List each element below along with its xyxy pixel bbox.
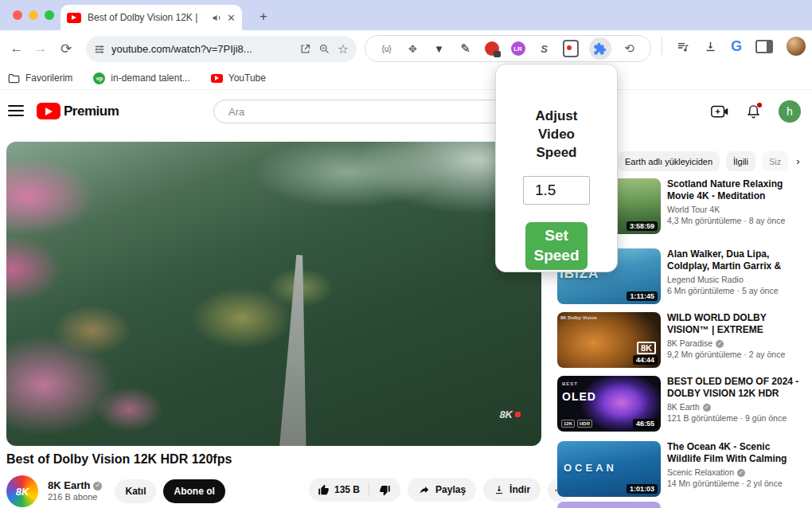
bookmark-star-icon[interactable]: ☆ [338,41,349,57]
site-settings-icon[interactable] [94,44,105,55]
related-video-item[interactable]: 8K Dolby Vision 8K 44:44 WILD WORLD DOLB… [557,312,806,369]
related-channel[interactable]: 8K Earth [667,402,700,412]
related-video-item[interactable]: BEST OLED 12KHDR 46:55 BEST OLED DEMO OF… [557,376,806,433]
related-channel[interactable]: World Tour 4K [667,205,720,215]
thumbnail-text: BEST [562,381,578,386]
bookmarks-bar: Favorilerim vp in-demand talent... YouTu… [0,67,812,90]
tab-close-icon[interactable]: ✕ [227,12,236,24]
related-video-partial-thumbnail[interactable] [557,502,661,508]
thumbnail-8k-badge: 8K [637,342,656,354]
channel-meta: 8K Earth ✓ 216 B abone [48,479,102,503]
video-speed-extension-popup: Adjust Video Speed Set Speed [495,64,618,272]
minimize-window-button[interactable] [29,10,38,20]
channel-avatar[interactable]: 8K [6,475,38,507]
video-watermark: 8K [499,408,521,420]
session-extension-icon[interactable]: ⟲ [622,41,638,57]
youtube-premium-logo[interactable]: Premium [37,103,119,119]
youtube-favicon-icon [67,13,81,23]
s-extension-icon[interactable]: S [537,41,552,57]
video-speed-extension-icon[interactable] [589,37,611,60]
notifications-bell-icon[interactable] [746,104,761,119]
v-extension-icon[interactable]: ▼ [431,41,447,57]
bookmark-youtube[interactable]: YouTube [211,72,266,84]
badge-extension-icon[interactable] [563,41,579,57]
thumbnail-12k-badge: 12K [561,420,575,428]
menu-icon[interactable] [8,105,24,116]
create-icon[interactable] [711,105,728,119]
close-window-button[interactable] [13,10,22,20]
related-video-title[interactable]: WILD WORLD DOLBY VISION™ | EXTREME COLOR… [667,312,806,336]
join-button[interactable]: Katıl [115,479,156,503]
back-button[interactable]: ← [6,38,27,59]
screen-recorder-extension-icon[interactable] [484,41,500,57]
maximize-window-button[interactable] [45,10,54,20]
video-title: Best of Dolby Vision 12K HDR 120fps [6,452,532,467]
related-video-title[interactable]: Scotland Nature Relaxing Movie 4K - Medi… [667,178,806,202]
new-tab-button[interactable]: + [253,6,274,27]
share-label: Paylaş [435,484,466,495]
related-meta: 14 Mn görüntüleme · 2 yıl önce [667,479,806,489]
speed-input[interactable] [523,176,590,205]
watermark-logo-icon [515,412,521,417]
browser-tab[interactable]: Best of Dolby Vision 12K | ✕ [61,5,242,30]
youtube-icon [211,74,223,83]
related-video-title[interactable]: BEST OLED DEMO OF 2024 - DOLBY VISION 12… [667,376,806,400]
chip-uploader[interactable]: Earth adlı yükleyiciden [618,151,720,171]
chips-chevron-icon[interactable]: › [796,155,799,167]
channel-name[interactable]: 8K Earth [48,479,90,492]
youtube-masthead: Premium h [0,89,812,134]
chip-for-you[interactable]: Siz [762,151,788,171]
chip-related[interactable]: İlgili [726,151,755,171]
notification-badge [757,103,762,107]
share-button[interactable]: Paylaş [408,478,476,502]
tab-strip: Best of Dolby Vision 12K | ✕ + [0,0,812,30]
verified-icon: ✓ [716,340,724,348]
related-channel[interactable]: Scenic Relaxation [667,467,734,478]
youtube-play-icon [37,103,61,119]
zoom-icon[interactable] [318,43,330,55]
pen-extension-icon[interactable]: ✎ [458,41,474,57]
video-info: BEST OLED DEMO OF 2024 - DOLBY VISION 12… [667,376,806,433]
youtube-profile-avatar[interactable]: h [779,100,801,123]
video-thumbnail[interactable]: 8K Dolby Vision 8K 44:44 [557,312,661,368]
share-page-icon[interactable] [299,43,311,55]
brackets-extension-icon[interactable]: {u} [379,41,395,57]
download-button[interactable]: İndir [483,478,541,502]
tab-audio-icon[interactable] [212,13,222,23]
downloads-icon[interactable] [704,40,717,53]
related-video-item[interactable]: OCEAN 1:01:03 The Ocean 4K - Scenic Wild… [557,441,806,498]
bookmark-talent[interactable]: vp in-demand talent... [93,72,189,84]
verified-icon: ✓ [93,482,102,490]
video-thumbnail[interactable]: OCEAN 1:01:03 [557,441,661,497]
browser-profile-avatar[interactable] [787,37,806,56]
set-speed-button[interactable]: Set Speed [525,222,588,270]
related-channel[interactable]: Legend Music Radio [667,275,744,285]
playlist-icon[interactable] [676,40,690,53]
premium-logo-text: Premium [64,104,119,119]
toolbar-right-icons: G [662,37,806,56]
subscribe-button[interactable]: Abone ol [163,479,224,503]
duration-badge: 1:11:45 [627,291,658,301]
related-video-title[interactable]: Alan Walker, Dua Lipa, Coldplay, Martin … [667,248,806,272]
search-input[interactable] [227,105,469,119]
browser-window: Best of Dolby Vision 12K | ✕ + ← → ⟳ you… [0,0,812,508]
reload-button[interactable]: ⟳ [56,38,76,59]
video-thumbnail[interactable]: BEST OLED 12KHDR 46:55 [557,376,661,432]
bookmark-favorites[interactable]: Favorilerim [8,72,72,84]
related-meta: 4,3 Mn görüntüleme · 8 ay önce [667,216,806,226]
forward-button[interactable]: → [30,38,51,59]
related-video-title[interactable]: The Ocean 4K - Scenic Wildlife Film With… [667,441,806,465]
related-meta: 6 Mn görüntüleme · 5 ay önce [667,286,806,296]
dislike-button[interactable] [369,484,400,496]
google-icon[interactable]: G [731,38,742,55]
related-channel[interactable]: 8K Paradise [667,338,712,349]
video-player[interactable]: 8K [6,142,541,446]
address-bar[interactable]: youtube.com/watch?v=7PIji8... ☆ [86,36,357,62]
lr-extension-icon[interactable]: LR [510,41,526,57]
side-panel-icon[interactable] [755,40,773,53]
bookmark-label: Favorilerim [25,72,72,84]
like-button[interactable]: 135 B [309,483,369,497]
move-extension-icon[interactable]: ✥ [405,41,421,57]
url-text[interactable]: youtube.com/watch?v=7PIji8... [111,43,292,55]
video-info: The Ocean 4K - Scenic Wildlife Film With… [667,441,806,498]
